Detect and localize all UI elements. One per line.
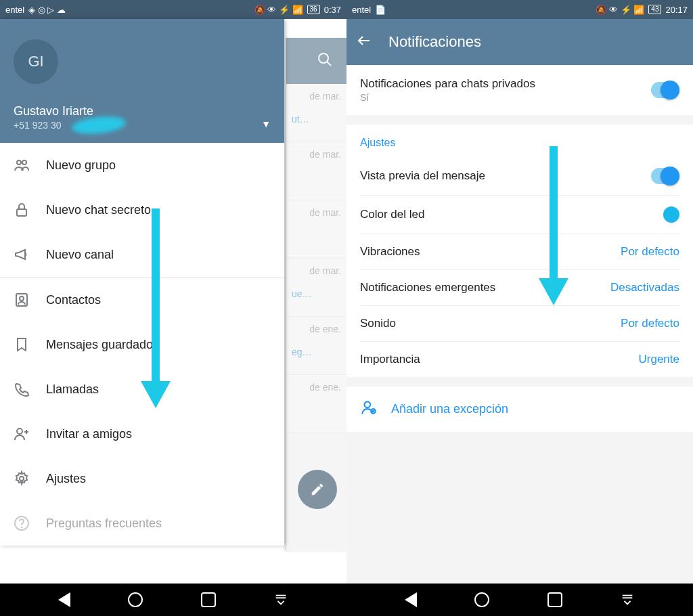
svg-point-12 [22, 527, 22, 528]
screenshot-right: entel 📄 🔕 👁 ⚡ 📶 43 20:17 Notificaciones … [346, 0, 693, 616]
avatar-initials: GI [28, 53, 43, 70]
menu-label: Contactos [46, 293, 101, 307]
new-message-fab[interactable] [298, 470, 337, 509]
menu-mensajes-guardados[interactable]: Mensajes guardados [0, 322, 284, 367]
add-user-icon [360, 399, 378, 420]
menu-label: Ajustes [46, 472, 86, 486]
setting-value: Por defecto [621, 245, 679, 259]
status-bar: entel ◈ ◎ ▷ ☁ 🔕 👁 ⚡ 📶 36 0:37 [0, 0, 346, 19]
menu-contactos[interactable]: Contactos [0, 278, 284, 322]
svg-line-1 [327, 62, 331, 66]
battery-level: 43 [648, 5, 661, 14]
chevron-down-icon[interactable]: ▼ [261, 118, 271, 129]
led-color-dot [663, 206, 679, 223]
status-icons-right: 🔕 👁 ⚡ 📶 [596, 5, 644, 15]
back-button[interactable] [405, 592, 417, 607]
user-phone: +51 923 30 [14, 120, 271, 131]
pulldown-button[interactable] [620, 592, 635, 607]
menu-label: Nuevo chat secreto [46, 203, 151, 217]
svg-point-7 [17, 428, 22, 434]
chat-list-background: de mar.ut… de mar. de mar. de mar.ue… de… [286, 38, 346, 551]
navigation-bar [0, 584, 346, 616]
battery-level: 36 [307, 5, 320, 14]
svg-point-3 [22, 160, 26, 164]
navigation-bar [346, 584, 693, 616]
section-header-ajustes: Ajustes [346, 125, 693, 157]
add-user-icon [14, 426, 46, 442]
row-vibration[interactable]: Vibraciones Por defecto [346, 234, 693, 269]
menu-label: Invitar a amigos [46, 427, 132, 441]
menu-faq[interactable]: Preguntas frecuentes [0, 501, 284, 546]
overview-button[interactable] [201, 592, 216, 607]
phone-icon [14, 381, 46, 397]
navigation-drawer: GI Gustavo Iriarte +51 923 30 ▼ Nuevo gr… [0, 19, 284, 546]
status-icons-right: 🔕 👁 ⚡ 📶 [254, 5, 303, 15]
status-icons: 📄 [375, 5, 386, 15]
toggle-preview[interactable] [651, 168, 679, 184]
help-icon [14, 515, 46, 531]
row-private-chats[interactable]: Notificaciones para chats privados Sí [346, 65, 693, 115]
status-bar: entel 📄 🔕 👁 ⚡ 📶 43 20:17 [346, 0, 693, 19]
group-icon [14, 157, 46, 173]
menu-label: Nuevo grupo [46, 158, 116, 173]
svg-point-2 [17, 160, 21, 164]
user-name: Gustavo Iriarte [14, 104, 271, 118]
setting-value: Urgente [639, 353, 679, 366]
setting-value: Por defecto [621, 317, 679, 330]
setting-label: Notificaciones para chats privados [360, 77, 651, 91]
svg-point-18 [365, 401, 371, 408]
avatar[interactable]: GI [14, 39, 58, 84]
setting-sub: Sí [360, 92, 651, 103]
clock: 0:37 [324, 5, 341, 15]
carrier-label: entel [5, 5, 24, 15]
row-add-exception[interactable]: Añadir una excepción [346, 387, 693, 432]
svg-point-6 [20, 296, 24, 301]
page-title: Notificaciones [388, 33, 481, 51]
lock-icon [14, 202, 46, 218]
app-bar: Notificaciones [346, 19, 693, 65]
menu-ajustes[interactable]: Ajustes [0, 456, 284, 501]
contact-icon [14, 292, 46, 308]
gear-icon [14, 470, 46, 487]
menu-chat-secreto[interactable]: Nuevo chat secreto [0, 188, 284, 232]
menu-label: Preguntas frecuentes [46, 516, 162, 531]
menu-label: Nuevo canal [46, 248, 114, 262]
row-importance[interactable]: Importancia Urgente [346, 342, 693, 377]
pulldown-button[interactable] [273, 592, 288, 607]
row-popup-notifications[interactable]: Notificaciones emergentes Desactivadas [346, 270, 693, 305]
bookmark-icon [14, 336, 46, 353]
menu-label: Llamadas [46, 382, 99, 397]
row-led-color[interactable]: Color del led [346, 196, 693, 234]
back-arrow-icon[interactable] [356, 32, 372, 51]
svg-rect-4 [17, 209, 26, 216]
menu-llamadas[interactable]: Llamadas [0, 367, 284, 412]
carrier-label: entel [352, 5, 371, 15]
home-button[interactable] [474, 592, 489, 607]
back-button[interactable] [58, 592, 70, 607]
megaphone-icon [14, 246, 46, 263]
overview-button[interactable] [547, 592, 562, 607]
drawer-header: GI Gustavo Iriarte +51 923 30 ▼ [0, 19, 284, 143]
svg-point-0 [319, 53, 328, 63]
clock: 20:17 [665, 5, 688, 15]
menu-nuevo-grupo[interactable]: Nuevo grupo [0, 143, 284, 188]
home-button[interactable] [128, 592, 143, 607]
menu-nuevo-canal[interactable]: Nuevo canal [0, 232, 284, 277]
setting-value: Desactivadas [610, 281, 679, 294]
search-icon[interactable] [317, 51, 333, 70]
toggle-private-chats[interactable] [651, 82, 679, 98]
status-icons: ◈ ◎ ▷ ☁ [28, 5, 66, 15]
row-preview[interactable]: Vista previa del mensaje [346, 157, 693, 195]
screenshot-left: entel ◈ ◎ ▷ ☁ 🔕 👁 ⚡ 📶 36 0:37 de mar.ut…… [0, 0, 346, 616]
menu-invitar-amigos[interactable]: Invitar a amigos [0, 412, 284, 456]
menu-label: Mensajes guardados [46, 338, 159, 352]
row-sound[interactable]: Sonido Por defecto [346, 306, 693, 341]
svg-point-10 [20, 477, 24, 481]
add-exception-label: Añadir una excepción [391, 402, 508, 416]
